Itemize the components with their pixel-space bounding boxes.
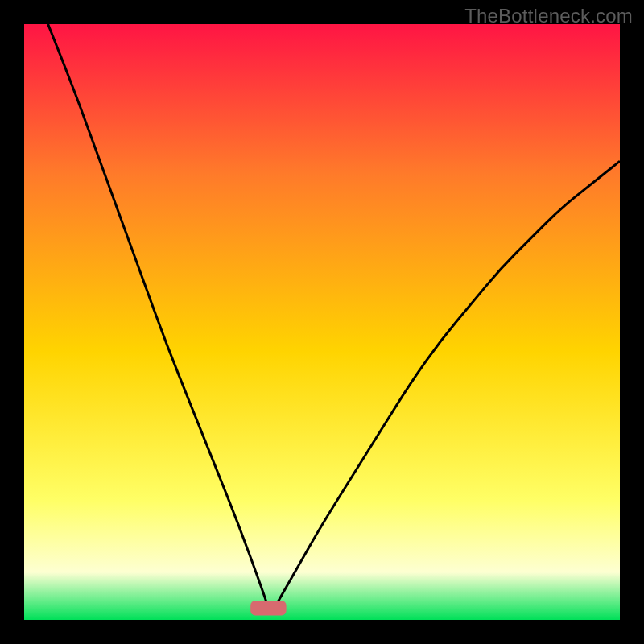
gradient-background (24, 24, 620, 620)
chart-svg (24, 24, 620, 620)
chart-frame: TheBottleneck.com (0, 0, 644, 644)
minimum-marker (250, 601, 286, 616)
plot-area (24, 24, 620, 620)
